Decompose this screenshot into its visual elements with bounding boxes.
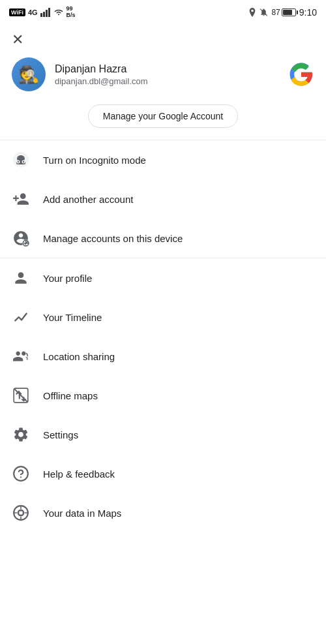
- close-icon: ✕: [12, 33, 23, 47]
- avatar: 🕵️: [12, 57, 46, 91]
- clock: 9:10: [299, 7, 317, 18]
- manage-account-wrap: Manage your Google Account: [0, 102, 326, 140]
- status-bar: WiFi 4G 99 B/s 87: [0, 0, 326, 23]
- help-feedback-label: Help & feedback: [43, 468, 115, 480]
- svg-rect-1: [43, 12, 45, 17]
- location-status-icon: [248, 8, 256, 17]
- profile-email: dipanjan.dbl@gmail.com: [55, 76, 148, 86]
- location-sharing-label: Location sharing: [43, 351, 115, 362]
- svg-point-17: [20, 476, 22, 478]
- incognito-label: Turn on Incognito mode: [43, 155, 146, 166]
- battery-indicator: 87: [271, 8, 295, 17]
- your-data-icon: [12, 504, 30, 522]
- menu-item-manage-accounts[interactable]: Manage accounts on this device: [0, 219, 326, 258]
- close-button[interactable]: ✕: [0, 23, 35, 52]
- profile-section: 🕵️ Dipanjan Hazra dipanjan.dbl@gmail.com: [0, 52, 326, 102]
- manage-account-button[interactable]: Manage your Google Account: [88, 104, 238, 128]
- settings-label: Settings: [43, 429, 78, 440]
- svg-point-11: [18, 161, 19, 162]
- network-type: 4G: [28, 8, 38, 16]
- wifi-label: WiFi: [9, 8, 25, 16]
- your-profile-icon: [12, 269, 30, 287]
- svg-rect-0: [40, 13, 42, 17]
- offline-maps-icon: [12, 386, 30, 405]
- menu-item-your-profile[interactable]: Your profile: [0, 258, 326, 298]
- profile-name: Dipanjan Hazra: [55, 63, 148, 75]
- wifi-icon: [53, 8, 64, 16]
- profile-left: 🕵️ Dipanjan Hazra dipanjan.dbl@gmail.com: [12, 57, 148, 91]
- google-logo: [288, 61, 314, 87]
- signal-icon: [40, 8, 51, 17]
- svg-rect-3: [48, 8, 50, 17]
- status-left: WiFi 4G 99 B/s: [9, 6, 76, 19]
- status-right: 87 9:10: [248, 7, 317, 18]
- data-unit: B/s: [67, 12, 76, 19]
- incognito-icon: [12, 151, 30, 169]
- menu-item-add-account[interactable]: Add another account: [0, 179, 326, 219]
- your-timeline-label: Your Timeline: [43, 312, 102, 323]
- avatar-image: 🕵️: [18, 65, 39, 85]
- location-sharing-icon: [12, 347, 30, 365]
- settings-icon: [12, 425, 30, 444]
- svg-rect-2: [46, 10, 48, 17]
- svg-point-12: [23, 161, 24, 162]
- help-feedback-icon: [12, 465, 30, 483]
- menu-item-help-feedback[interactable]: Help & feedback: [0, 454, 326, 493]
- notification-icon: [259, 8, 268, 17]
- battery-percent: 87: [271, 8, 280, 17]
- menu-item-offline-maps[interactable]: Offline maps: [0, 376, 326, 415]
- your-data-label: Your data in Maps: [43, 508, 121, 519]
- add-account-label: Add another account: [43, 194, 133, 205]
- menu-item-your-data[interactable]: Your data in Maps: [0, 493, 326, 532]
- offline-maps-label: Offline maps: [43, 390, 98, 401]
- menu-item-your-timeline[interactable]: Your Timeline: [0, 298, 326, 337]
- your-profile-label: Your profile: [43, 273, 92, 284]
- menu-item-incognito[interactable]: Turn on Incognito mode: [0, 140, 326, 179]
- profile-info: Dipanjan Hazra dipanjan.dbl@gmail.com: [55, 63, 148, 86]
- menu-item-settings[interactable]: Settings: [0, 415, 326, 454]
- add-account-icon: [12, 190, 30, 208]
- manage-accounts-label: Manage accounts on this device: [43, 233, 183, 244]
- manage-accounts-icon: [12, 229, 30, 247]
- your-timeline-icon: [12, 308, 30, 326]
- menu-item-location-sharing[interactable]: Location sharing: [0, 337, 326, 376]
